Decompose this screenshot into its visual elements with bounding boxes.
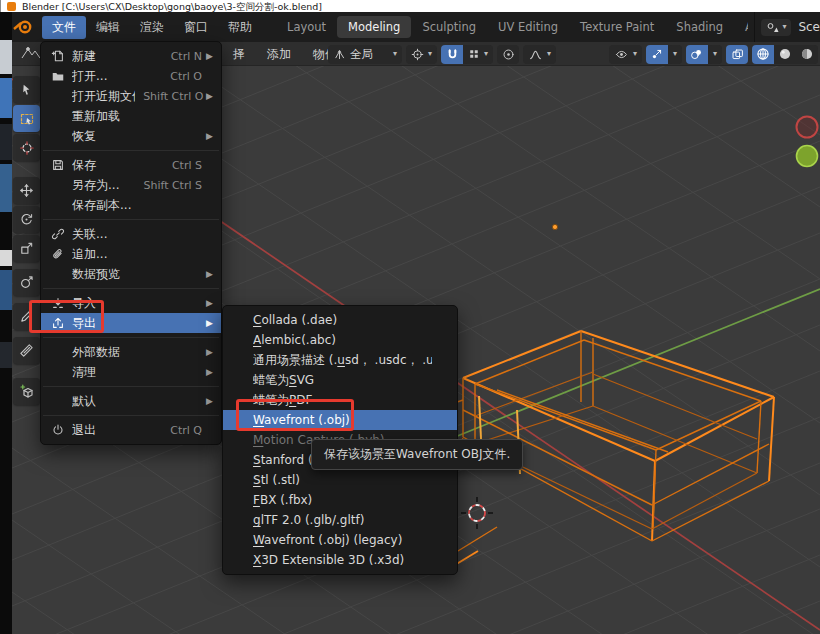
move-tool[interactable] — [13, 177, 40, 204]
menu-item-x3d-extensible-3d-x3d-[interactable]: X3D Extensible 3D (.x3d) — [223, 550, 457, 570]
os-titlebar[interactable]: Blender [C:\Users\CX\Desktop\gong\baoye\… — [0, 0, 820, 12]
menu-item-清理[interactable]: 清理▶ — [41, 362, 221, 382]
menubar-item-窗口[interactable]: 窗口 — [174, 16, 218, 39]
menu-item-导出[interactable]: 导出▶ — [41, 313, 221, 333]
blank-icon — [50, 197, 66, 213]
menu-item-退出[interactable]: 退出Ctrl Q — [41, 420, 221, 440]
blank-icon — [50, 88, 66, 104]
pivot-point-dropdown[interactable]: ▾ — [406, 45, 437, 64]
cursor-tool[interactable] — [13, 134, 40, 161]
menu-item-蜡笔为svg[interactable]: 蜡笔为SVG — [223, 370, 457, 390]
chevron-down-icon: ▾ — [713, 50, 717, 58]
menu-item-gltf-2-0-glb-gltf-[interactable]: glTF 2.0 (.glb/.gltf) — [223, 510, 457, 530]
submenu-arrow-icon: ▶ — [202, 51, 213, 61]
menu-item-数据预览[interactable]: 数据预览▶ — [41, 264, 221, 284]
chevron-down-icon: ▾ — [428, 50, 432, 58]
menu-item-alembic-abc-[interactable]: Alembic(.abc) — [223, 330, 457, 350]
blender-logo-icon[interactable] — [12, 19, 34, 35]
select-box-tool[interactable] — [13, 105, 40, 132]
menu-separator — [41, 284, 221, 293]
viewport-select-menu[interactable]: 择 — [222, 44, 256, 65]
menu-item-label: FBX (.fbx) — [253, 493, 430, 507]
transform-orientation-dropdown[interactable]: 全局▾ — [328, 45, 402, 64]
workspace-tab-texture-paint[interactable]: Texture Paint — [569, 16, 665, 38]
blank-icon — [50, 344, 66, 360]
menu-item-label: 保存 — [72, 157, 164, 174]
menu-item-label: 数据预览 — [72, 266, 194, 283]
menu-separator — [41, 382, 221, 391]
proportional-falloff-dropdown[interactable]: ▾ — [523, 45, 556, 64]
menu-item-新建[interactable]: 新建Ctrl N▶ — [41, 46, 221, 66]
menu-separator — [41, 333, 221, 342]
visibility-dropdown[interactable]: ▾ — [609, 45, 642, 64]
workspace-tabs: LayoutModelingSculptingUV EditingTexture… — [276, 16, 820, 38]
menu-item-wavefront-obj-[interactable]: Wavefront (.obj) — [223, 410, 457, 430]
menu-item-label: X3D Extensible 3D (.x3d) — [253, 553, 430, 567]
menubar-item-帮助[interactable]: 帮助 — [218, 16, 262, 39]
menu-item-蜡笔为pdf[interactable]: 蜡笔为PDF — [223, 390, 457, 410]
shading-wireframe-button[interactable] — [752, 45, 774, 64]
menu-item-label: 默认 — [72, 393, 194, 410]
folder-icon — [50, 68, 66, 84]
workspace-tab-sculpting[interactable]: Sculpting — [411, 16, 487, 38]
menu-item-默认[interactable]: 默认▶ — [41, 391, 221, 411]
submenu-arrow-icon: ▶ — [202, 131, 213, 141]
rotate-tool[interactable] — [13, 206, 40, 233]
menu-item-stl-stl-[interactable]: Stl (.stl) — [223, 470, 457, 490]
workspace-tab-layout[interactable]: Layout — [276, 16, 337, 38]
menu-item-恢复[interactable]: 恢复▶ — [41, 126, 221, 146]
menu-item-通用场景描述-usd-usdc-usda-[interactable]: 通用场景描述 (.usd， .usdc， .usda) — [223, 350, 457, 370]
workspace-tab-shading[interactable]: Shading — [665, 16, 734, 38]
menu-item-shortcut: Shift Ctrl O — [143, 90, 203, 103]
menu-item-collada-dae-[interactable]: Collada (.dae) — [223, 310, 457, 330]
menu-item-打开-[interactable]: 打开...Ctrl O — [41, 66, 221, 86]
annotate-tool[interactable] — [13, 303, 40, 330]
gizmos-toggle-button[interactable] — [646, 45, 668, 64]
menu-item-label: 恢复 — [72, 128, 194, 145]
scale-tool[interactable] — [13, 235, 40, 262]
menu-item-关联-[interactable]: 关联... — [41, 224, 221, 244]
snap-target-dropdown[interactable]: ▾ — [463, 45, 493, 64]
menu-item-wavefront-obj-legacy-[interactable]: Wavefront (.obj) (legacy) — [223, 530, 457, 550]
menu-item-外部数据[interactable]: 外部数据▶ — [41, 342, 221, 362]
xray-toggle-button[interactable] — [726, 45, 748, 64]
file-new-icon — [50, 48, 66, 64]
transform-tool[interactable] — [13, 269, 40, 296]
import-icon — [50, 295, 66, 311]
menu-item-另存为-[interactable]: 另存为...Shift Ctrl S — [41, 175, 221, 195]
menu-item-保存[interactable]: 保存Ctrl S — [41, 155, 221, 175]
overlays-dropdown[interactable]: ▾ — [708, 45, 722, 64]
menubar-item-文件[interactable]: 文件 — [42, 16, 86, 39]
overlays-toggle-button[interactable] — [686, 45, 708, 64]
menubar-item-编辑[interactable]: 编辑 — [86, 16, 130, 39]
menu-item-label: glTF 2.0 (.glb/.gltf) — [253, 513, 430, 527]
menu-separator — [41, 411, 221, 420]
menu-item-fbx-fbx-[interactable]: FBX (.fbx) — [223, 490, 457, 510]
viewport-widgets-left: 全局▾▾▾▾ — [328, 42, 556, 66]
menu-item-shortcut: Ctrl S — [172, 159, 202, 172]
viewport-add-menu[interactable]: 添加 — [256, 44, 302, 65]
menubar-item-渲染[interactable]: 渲染 — [130, 16, 174, 39]
tweak-tool[interactable] — [13, 76, 40, 103]
strip-fragment — [0, 40, 12, 74]
submenu-arrow-icon: ▶ — [202, 367, 213, 377]
menu-item-保存副本-[interactable]: 保存副本... — [41, 195, 221, 215]
add-cube-tool[interactable] — [13, 378, 40, 405]
proportional-edit-button[interactable] — [497, 45, 519, 64]
workspace-tab-uv-editing[interactable]: UV Editing — [487, 16, 569, 38]
scene-pill[interactable]: ▾ — [761, 19, 791, 36]
blank-icon — [50, 128, 66, 144]
menu-item-打开近期文件[interactable]: 打开近期文件Shift Ctrl O▶ — [41, 86, 221, 106]
menu-item-导入[interactable]: 导入▶ — [41, 293, 221, 313]
measure-tool[interactable] — [13, 337, 40, 364]
workspace-tab-modeling[interactable]: Modeling — [337, 16, 411, 38]
menu-item-重新加载[interactable]: 重新加载 — [41, 106, 221, 126]
snap-toggle-button[interactable] — [441, 45, 463, 64]
submenu-arrow-icon: ▶ — [202, 318, 213, 328]
shading-solid-button[interactable] — [774, 45, 796, 64]
gizmos-dropdown[interactable]: ▾ — [668, 45, 682, 64]
shading-material-button[interactable] — [796, 45, 818, 64]
orientation-icon — [333, 48, 346, 61]
menu-item-追加-[interactable]: 追加... — [41, 244, 221, 264]
measure-icon — [19, 343, 34, 358]
